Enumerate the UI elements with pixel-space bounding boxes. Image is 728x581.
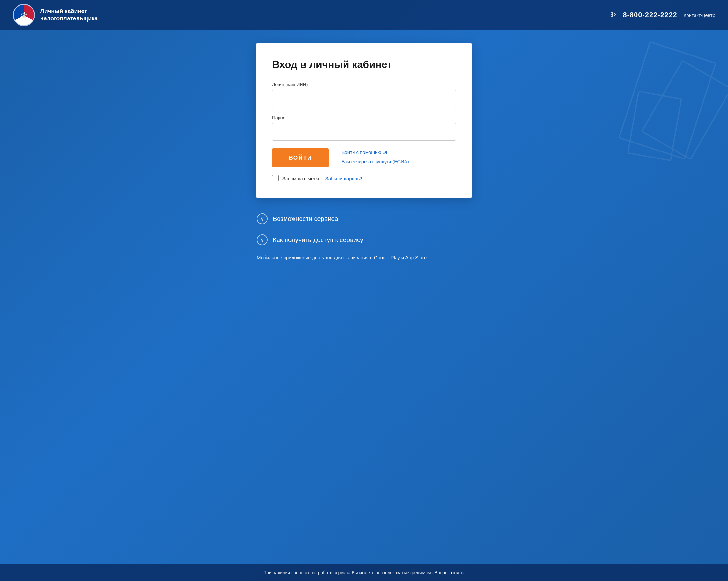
gosuslugi-login-link[interactable]: Войти через госуслуги (ЕСИА) bbox=[341, 159, 409, 164]
fns-logo: ⚜ bbox=[13, 4, 35, 26]
header-logo-area: ⚜ Личный кабинет налогоплательщика bbox=[13, 4, 98, 26]
actions-row: ВОЙТИ Войти с помощью ЭП Войти через гос… bbox=[272, 148, 456, 167]
login-button[interactable]: ВОЙТИ bbox=[272, 148, 329, 167]
login-card-title: Вход в личный кабинет bbox=[272, 58, 456, 71]
page-header: ⚜ Личный кабинет налогоплательщика 👁 8-8… bbox=[0, 0, 728, 30]
google-play-link[interactable]: Google Play bbox=[374, 255, 400, 260]
accordion-label-1: Возможности сервиса bbox=[273, 215, 338, 222]
chevron-down-icon-2: ∨ bbox=[257, 234, 268, 245]
login-card: Вход в личный кабинет Логин (ваш ИНН) Па… bbox=[256, 43, 472, 198]
footer-text: При наличии вопросов по работе сервиса В… bbox=[13, 570, 715, 575]
bg-shape-3 bbox=[627, 90, 682, 161]
logo-inner: ⚜ bbox=[14, 5, 34, 25]
below-card: ∨ Возможности сервиса ∨ Как получить дос… bbox=[256, 208, 472, 262]
contact-center-link[interactable]: Контакт-центр bbox=[684, 12, 715, 18]
accordion-item-2[interactable]: ∨ Как получить доступ к сервису bbox=[256, 229, 472, 250]
page-footer: При наличии вопросов по работе сервиса В… bbox=[0, 564, 728, 581]
password-field-group: Пароль bbox=[272, 115, 456, 141]
ep-login-link[interactable]: Войти с помощью ЭП bbox=[341, 150, 409, 155]
accordion-item-1[interactable]: ∨ Возможности сервиса bbox=[256, 208, 472, 229]
password-label: Пароль bbox=[272, 115, 456, 120]
bg-shape-2 bbox=[641, 60, 728, 160]
login-field-group: Логин (ваш ИНН) bbox=[272, 82, 456, 107]
remember-checkbox[interactable] bbox=[272, 175, 279, 181]
remember-label: Запомнить меня bbox=[282, 176, 319, 181]
app-store-link[interactable]: App Store bbox=[405, 255, 426, 260]
login-links: Войти с помощью ЭП Войти через госуслуги… bbox=[341, 148, 409, 164]
header-right: 👁 8-800-222-2222 Контакт-центр bbox=[609, 10, 715, 20]
bg-shape-1 bbox=[618, 41, 717, 160]
chevron-down-icon-1: ∨ bbox=[257, 213, 268, 224]
login-label: Логин (ваш ИНН) bbox=[272, 82, 456, 87]
login-input[interactable] bbox=[272, 89, 456, 107]
eye-icon: 👁 bbox=[609, 10, 616, 20]
forgot-password-link[interactable]: Забыли пароль? bbox=[326, 176, 362, 181]
remember-row: Запомнить меня Забыли пароль? bbox=[272, 175, 456, 181]
background-decoration bbox=[616, 30, 728, 564]
mobile-app-text: Мобильное приложение доступно для скачив… bbox=[256, 254, 472, 262]
site-title: Личный кабинет налогоплательщика bbox=[40, 8, 98, 23]
phone-number: 8-800-222-2222 bbox=[623, 11, 677, 19]
password-input[interactable] bbox=[272, 123, 456, 141]
main-content: Вход в личный кабинет Логин (ваш ИНН) Па… bbox=[0, 30, 728, 564]
accordion-label-2: Как получить доступ к сервису bbox=[273, 236, 363, 244]
faq-link[interactable]: «Вопрос-ответ» bbox=[432, 570, 465, 575]
eagle-icon: ⚜ bbox=[20, 10, 28, 20]
